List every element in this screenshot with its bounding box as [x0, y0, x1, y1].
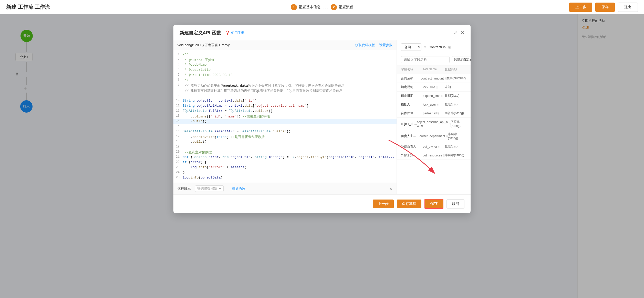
col-data-type: 数据类型 [445, 67, 466, 72]
field-row-2[interactable]: 截止日期 expired_time ⎘ 日期(Date) [397, 92, 471, 100]
fields-table: 字段名称 API Name 数据类型 合同金额... contract_amou… [397, 65, 471, 194]
modal-header: 新建自定义APL函数 ❓ 使用手册 ⤢ ✕ [173, 25, 471, 40]
field-row-1[interactable]: 锁定规则 lock_rule ⎘ 未知 [397, 83, 471, 92]
code-line-14: 14▶ .build() [173, 119, 397, 124]
col-api-name: API Name [423, 67, 444, 72]
modal-title: 新建自定义APL函数 [180, 30, 221, 36]
exit-button[interactable]: 退出 [618, 3, 638, 12]
code-line-22: 22 if (error) { [173, 160, 397, 165]
modal-help[interactable]: ❓ 使用手册 [225, 31, 244, 35]
modal-header-actions: ⤢ ✕ [454, 30, 464, 36]
footer-cancel-button[interactable]: 取消 [446, 199, 464, 208]
modal: 新建自定义APL函数 ❓ 使用手册 ⤢ ✕ void gongzuoliu ()… [173, 25, 471, 213]
top-bar-actions: 上一步 保存 退出 [569, 3, 638, 12]
collapse-icon[interactable]: ∧ [389, 186, 392, 191]
footer-draft-button[interactable]: 保存草稿 [397, 200, 421, 208]
modal-footer: 上一步 保存草稿 保存 取消 [173, 194, 471, 213]
field-row-6[interactable]: 负责人主... owner_department ⎘ 字符串(String) [397, 130, 471, 142]
field-row-4[interactable]: 合作伙伴 partner_id ⎘ 字符串(String) [397, 109, 471, 118]
set-params-button[interactable]: 设置参数 [379, 43, 392, 47]
custom-fields-button[interactable]: 只显示自定义字段 [452, 56, 471, 63]
fields-table-header: 字段名称 API Name 数据类型 [397, 65, 471, 74]
right-panel: 合同 ▼ ContractObj ⎘ 只显示自定义字段 字段名 [397, 40, 471, 194]
close-icon[interactable]: ✕ [461, 30, 464, 36]
fields-rows-container: 合同金额... contract_amount ⎘ 数字(Number) 锁定规… [397, 74, 471, 160]
code-line-24: 24 } [173, 170, 397, 175]
field-row-5[interactable]: object_de... object_describe_api_n ame ⎘… [397, 118, 471, 130]
step-1-label: 配置基本信息 [299, 5, 320, 9]
code-line-15: 15 [173, 124, 397, 129]
code-line-11: 11 String objectApiName = context.data["… [173, 104, 397, 109]
code-line-7: 7 // 流程启动作函数里面的context.data数据并不会实时计算字段，引… [173, 83, 397, 88]
code-toolbar: void gongzuoliu () 开发语言 Groovy 获取代码模板 设置… [173, 40, 397, 50]
code-line-18: 18 .build() [173, 140, 397, 145]
datasource-select[interactable]: 请选择数据源 [195, 185, 224, 192]
canvas-area: 立即执行的活动 添加 无立即执行的活动 开始 分支1 否 + 结束 新建自定义A… [0, 14, 644, 298]
get-template-button[interactable]: 获取代码模板 [355, 43, 375, 47]
footer-save-button[interactable]: 保存 [424, 199, 443, 209]
code-line-2: 2 * @author 王梦钰 [173, 57, 397, 63]
step-2: 2 配置流程 [331, 4, 353, 10]
code-line-10: 10 String objectId = context.data["_id"] [173, 98, 397, 104]
code-line-20: 20 //查询主对象数据 [173, 150, 397, 155]
run-script-label: 运行脚本 [178, 186, 191, 191]
code-actions: 获取代码模板 设置参数 [355, 43, 392, 47]
code-line-25: 25 log.info(objectData) [173, 175, 397, 181]
chevron-down-icon: ▼ [423, 45, 427, 49]
col-field-name: 字段名称 [401, 67, 423, 72]
code-editor[interactable]: 1 /** 2 * @author 王梦钰 3 * @codeName [173, 50, 397, 183]
step-dots: ... [323, 4, 329, 10]
step-2-label: 配置流程 [339, 5, 353, 9]
object-select[interactable]: 合同 [401, 43, 421, 51]
code-line-16: 16 SelectAttribute selectAtrr = SelectAt… [173, 129, 397, 134]
code-meta: void gongzuoliu () 开发语言 Groovy [178, 43, 230, 47]
code-line-4: 4 * @description [173, 68, 397, 73]
expand-icon[interactable]: ⤢ [454, 30, 458, 36]
page-title: 新建 工作流 工作流 [6, 4, 50, 11]
code-line-1: 1 /** [173, 52, 397, 57]
save-button[interactable]: 保存 [595, 3, 615, 12]
code-line-23: 23 log.info("error:" + message) [173, 165, 397, 170]
code-line-8: 8 // 建议有实时获取计算引用字段需求的再使用FQL查询下相关数据，FQL里面… [173, 88, 397, 93]
field-search: 只显示自定义字段 [397, 54, 471, 65]
field-row-0[interactable]: 合同金额... contract_amount ⎘ 数字(Number) [397, 74, 471, 83]
field-row-3[interactable]: 锁帐人 lock_user ⎘ 数组(List) [397, 100, 471, 109]
code-line-9: 9 [173, 93, 397, 98]
steps-container: 1 配置基本信息 ... 2 配置流程 [291, 4, 353, 10]
prev-step-button[interactable]: 上一步 [569, 3, 592, 12]
field-row-7[interactable]: 外部负责人 out_owner ⎘ 数组(List) [397, 142, 471, 151]
copy-icon[interactable]: ⎘ [448, 45, 450, 49]
code-line-19: 19 [173, 145, 397, 150]
code-line-17: 17 .needInvalid(false) //是否需要查作废数据 [173, 134, 397, 140]
code-line-12: 12 FQLAttribute fqlAtrr = FQLAttribute.b… [173, 109, 397, 114]
code-line-6: 6 */ [173, 78, 397, 83]
footer-prev-button[interactable]: 上一步 [373, 200, 394, 208]
step-1-circle: 1 [291, 4, 297, 10]
step-2-circle: 2 [331, 4, 337, 10]
top-bar: 新建 工作流 工作流 1 配置基本信息 ... 2 配置流程 上一步 保存 退出 [0, 0, 644, 14]
code-line-5: 5 * @createTime 2023-03-13 [173, 73, 397, 78]
scan-function-button[interactable]: 扫描函数 [232, 186, 245, 191]
object-api-name: ContractObj [429, 45, 446, 49]
code-line-13: 13 .columns(["_id", "name"]) //需要查询的字段 [173, 114, 397, 119]
code-panel: void gongzuoliu () 开发语言 Groovy 获取代码模板 设置… [173, 40, 397, 194]
field-row-8[interactable]: 外部来源 out_resources ⎘ 字符串(String) [397, 151, 471, 160]
help-circle-icon: ❓ [225, 31, 230, 35]
field-search-input[interactable] [401, 56, 450, 63]
obj-selector: 合同 ▼ ContractObj ⎘ [397, 40, 471, 54]
code-bottom: 运行脚本 请选择数据源 扫描函数 ∧ [173, 183, 397, 194]
code-line-3: 3 * @codeName [173, 63, 397, 68]
modal-body: void gongzuoliu () 开发语言 Groovy 获取代码模板 设置… [173, 40, 471, 194]
code-line-21: 21 def (Boolean error, Map objectData, S… [173, 155, 397, 160]
modal-overlay: 新建自定义APL函数 ❓ 使用手册 ⤢ ✕ void gongzuoliu ()… [0, 14, 644, 298]
step-1: 1 配置基本信息 [291, 4, 320, 10]
